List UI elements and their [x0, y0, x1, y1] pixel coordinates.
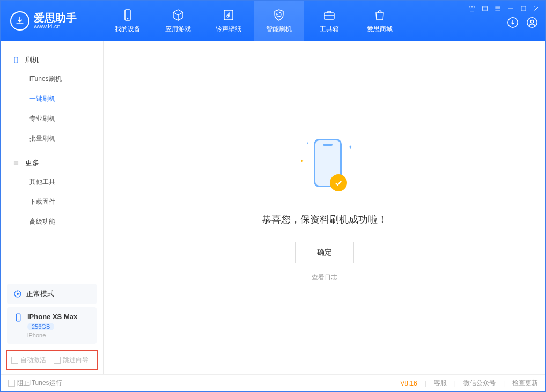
svg-point-9 — [530, 20, 534, 23]
main-content: ✦ ✦ ✦ 恭喜您，保资料刷机成功啦！ 确定 查看日志 — [104, 41, 545, 374]
support-link[interactable]: 客服 — [434, 379, 447, 388]
minimize-icon[interactable] — [507, 5, 514, 12]
sidebar-item-download-firmware[interactable]: 下载固件 — [1, 192, 103, 212]
svg-point-1 — [127, 18, 128, 19]
nav-apps-games[interactable]: 应用游戏 — [153, 1, 203, 41]
separator: | — [425, 380, 426, 387]
download-circle-icon[interactable] — [507, 17, 519, 28]
nav-label: 我的设备 — [115, 25, 141, 34]
svg-point-8 — [527, 18, 537, 27]
check-badge-icon — [330, 174, 347, 191]
svg-point-3 — [227, 15, 229, 17]
nav-label: 应用游戏 — [165, 25, 191, 34]
device-icon — [13, 313, 23, 322]
sidebar-head-more[interactable]: 更多 — [1, 154, 103, 172]
body-area: 刷机 iTunes刷机 一键刷机 专业刷机 批量刷机 更多 其他工具 下载固件 … — [1, 41, 545, 374]
checkbox-skip-guide[interactable]: 跳过向导 — [54, 356, 88, 365]
separator: | — [503, 380, 505, 387]
nav-label: 工具箱 — [320, 25, 339, 34]
sidebar-item-itunes-flash[interactable]: iTunes刷机 — [1, 69, 103, 89]
nav-label: 铃声壁纸 — [216, 25, 241, 34]
confirm-button[interactable]: 确定 — [295, 242, 354, 263]
sidebar-item-other-tools[interactable]: 其他工具 — [1, 172, 103, 192]
cube-icon — [172, 9, 185, 21]
version-label: V8.16 — [400, 380, 417, 387]
header-right-buttons — [507, 17, 538, 28]
toolbox-icon — [323, 9, 336, 21]
list-icon[interactable] — [481, 5, 489, 12]
success-message: 恭喜您，保资料刷机成功啦！ — [262, 213, 387, 226]
nav-store[interactable]: 爱思商城 — [355, 1, 405, 41]
device-mode-label: 正常模式 — [26, 289, 54, 299]
app-url: www.i4.cn — [34, 23, 77, 29]
status-right: V8.16 | 客服 | 微信公众号 | 检查更新 — [400, 379, 538, 388]
nav-ringtone-wallpaper[interactable]: 铃声壁纸 — [203, 1, 254, 41]
shield-icon — [272, 9, 285, 21]
bag-icon — [373, 9, 386, 21]
sidebar-item-batch-flash[interactable]: 批量刷机 — [1, 129, 103, 149]
sidebar-section-title: 更多 — [25, 158, 39, 168]
phone-icon — [12, 56, 20, 64]
svg-point-12 — [17, 293, 19, 295]
svg-rect-5 — [482, 6, 487, 11]
check-update-link[interactable]: 检查更新 — [512, 379, 538, 388]
checkbox-label: 跳过向导 — [63, 356, 88, 364]
sidebar: 刷机 iTunes刷机 一键刷机 专业刷机 批量刷机 更多 其他工具 下载固件 … — [1, 41, 104, 374]
checkbox-block-itunes[interactable]: 阻止iTunes运行 — [8, 379, 62, 388]
success-illustration: ✦ ✦ ✦ — [292, 134, 357, 198]
sidebar-section-more: 更多 其他工具 下载固件 高级功能 — [1, 154, 103, 232]
sparkle-icon: ✦ — [306, 141, 309, 145]
sidebar-item-advanced[interactable]: 高级功能 — [1, 212, 103, 232]
device-name: iPhone XS Max — [27, 313, 77, 321]
svg-point-14 — [18, 320, 19, 321]
checkbox-auto-activate[interactable]: 自动激活 — [11, 356, 46, 365]
music-icon — [222, 9, 235, 21]
separator: | — [454, 380, 456, 387]
device-mode-card[interactable]: 正常模式 — [7, 284, 97, 304]
nav-smart-flash[interactable]: 智能刷机 — [254, 1, 304, 41]
sidebar-section-flash: 刷机 iTunes刷机 一键刷机 专业刷机 批量刷机 — [1, 51, 103, 149]
shirt-icon[interactable] — [468, 5, 476, 12]
sidebar-item-oneclick-flash[interactable]: 一键刷机 — [1, 89, 103, 109]
sidebar-item-pro-flash[interactable]: 专业刷机 — [1, 109, 103, 129]
nav-my-device[interactable]: 我的设备 — [102, 1, 153, 41]
sidebar-section-title: 刷机 — [25, 55, 39, 65]
nav-label: 爱思商城 — [367, 25, 393, 34]
app-logo-icon — [10, 11, 29, 31]
maximize-icon[interactable] — [520, 5, 527, 12]
window-controls — [468, 5, 540, 12]
sparkle-icon: ✦ — [300, 158, 304, 164]
device-icon — [121, 9, 134, 21]
mode-icon — [13, 290, 22, 298]
bottom-options-highlight: 自动激活 跳过向导 — [6, 350, 98, 370]
menu-icon[interactable] — [494, 5, 501, 12]
status-bar: 阻止iTunes运行 V8.16 | 客服 | 微信公众号 | 检查更新 — [1, 374, 545, 391]
svg-rect-6 — [521, 6, 526, 11]
nav-label: 智能刷机 — [266, 25, 292, 34]
wechat-link[interactable]: 微信公众号 — [463, 379, 496, 388]
sparkle-icon: ✦ — [348, 144, 352, 150]
close-icon[interactable] — [533, 5, 540, 12]
checkbox-label: 自动激活 — [20, 356, 46, 364]
nav-toolbox[interactable]: 工具箱 — [304, 1, 355, 41]
checkbox-label: 阻止iTunes运行 — [17, 379, 62, 387]
svg-rect-10 — [14, 57, 18, 63]
user-circle-icon[interactable] — [526, 17, 538, 28]
device-card[interactable]: iPhone XS Max 256GB iPhone — [7, 307, 97, 344]
logo-area: 爱思助手 www.i4.cn — [1, 11, 102, 31]
lines-icon — [12, 159, 20, 167]
device-type: iPhone — [27, 332, 77, 338]
sidebar-head-flash[interactable]: 刷机 — [1, 51, 103, 69]
app-name: 爱思助手 — [34, 12, 77, 23]
device-capacity-badge: 256GB — [27, 323, 54, 330]
title-bar: 爱思助手 www.i4.cn 我的设备 应用游戏 铃声壁纸 智能刷机 工具箱 爱… — [1, 1, 545, 41]
top-nav: 我的设备 应用游戏 铃声壁纸 智能刷机 工具箱 爱思商城 — [102, 1, 405, 41]
view-log-link[interactable]: 查看日志 — [312, 273, 337, 282]
svg-rect-4 — [324, 13, 334, 19]
